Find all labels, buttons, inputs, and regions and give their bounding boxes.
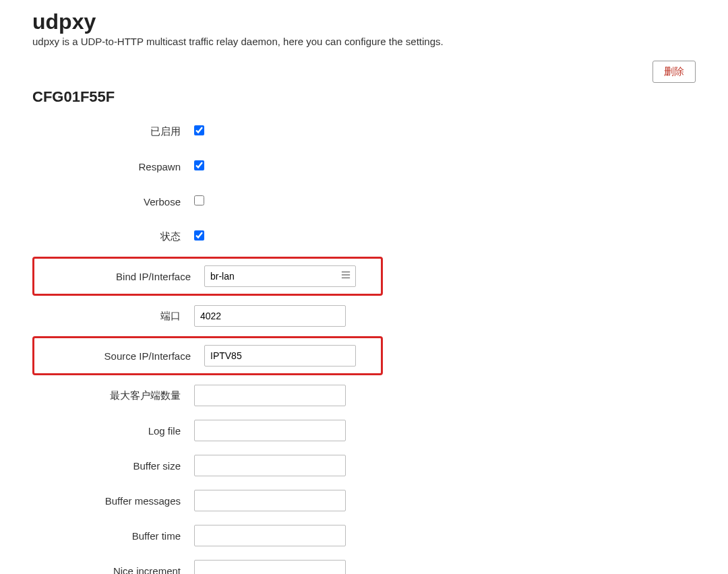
row-enabled: 已启用 xyxy=(32,121,696,142)
label-buffer-time: Buffer time xyxy=(32,530,194,542)
checkbox-verbose[interactable] xyxy=(194,195,204,205)
input-buffer-size[interactable] xyxy=(194,455,346,476)
row-max-clients: 最大客户端数量 xyxy=(32,385,696,406)
row-respawn: Respawn xyxy=(32,156,696,177)
label-log-file: Log file xyxy=(32,425,194,437)
row-buffer-time: Buffer time xyxy=(32,525,696,546)
checkbox-respawn[interactable] xyxy=(194,160,204,170)
input-buffer-time[interactable] xyxy=(194,525,346,546)
row-log-file: Log file xyxy=(32,420,696,441)
row-status: 状态 xyxy=(32,226,696,247)
label-buffer-messages: Buffer messages xyxy=(32,495,194,507)
page-subtitle: udpxy is a UDP-to-HTTP multicast traffic… xyxy=(32,36,696,47)
page-title: udpxy xyxy=(32,9,696,34)
label-nice-increment: Nice increment xyxy=(32,565,194,575)
highlight-source-ip: Source IP/Interface xyxy=(32,336,383,375)
row-buffer-messages: Buffer messages xyxy=(32,490,696,511)
checkbox-enabled[interactable] xyxy=(194,125,204,135)
row-bind-ip: Bind IP/Interface xyxy=(32,257,696,296)
label-status: 状态 xyxy=(32,230,194,243)
delete-button[interactable]: 删除 xyxy=(653,61,696,83)
label-port: 端口 xyxy=(32,310,194,323)
input-max-clients[interactable] xyxy=(194,385,346,406)
input-port[interactable] xyxy=(194,305,346,327)
input-nice-increment[interactable] xyxy=(194,560,346,574)
row-nice-increment: Nice increment xyxy=(32,560,696,574)
checkbox-status[interactable] xyxy=(194,230,204,241)
label-buffer-size: Buffer size xyxy=(32,460,194,472)
label-source-ip: Source IP/Interface xyxy=(42,350,204,362)
row-buffer-size: Buffer size xyxy=(32,455,696,476)
label-bind-ip: Bind IP/Interface xyxy=(42,271,204,282)
input-buffer-messages[interactable] xyxy=(194,490,346,511)
input-source-ip[interactable] xyxy=(204,345,356,366)
label-enabled: 已启用 xyxy=(32,125,194,138)
label-verbose: Verbose xyxy=(32,196,194,208)
label-respawn: Respawn xyxy=(32,161,194,172)
input-bind-ip[interactable] xyxy=(204,265,356,287)
section-id-title: CFG01F55F xyxy=(32,88,696,106)
row-port: 端口 xyxy=(32,305,696,327)
label-max-clients: 最大客户端数量 xyxy=(32,389,194,402)
input-log-file[interactable] xyxy=(194,420,346,441)
row-source-ip: Source IP/Interface xyxy=(32,336,696,375)
row-verbose: Verbose xyxy=(32,191,696,212)
highlight-bind-ip: Bind IP/Interface xyxy=(32,257,383,296)
